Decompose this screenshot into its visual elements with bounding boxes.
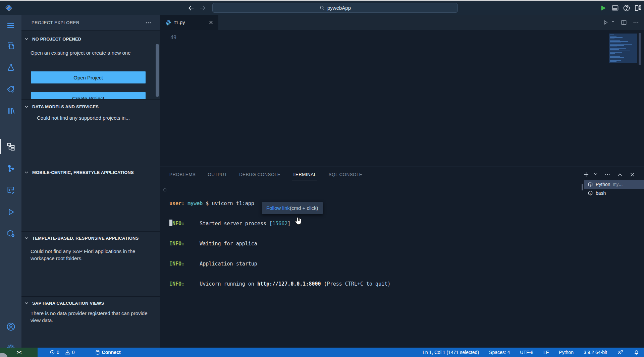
section-description: Open an existing project or create a new…: [31, 49, 146, 56]
terminal-url-link[interactable]: http://127.0.0.1:8000: [257, 281, 321, 287]
panel-more-actions-icon[interactable]: [604, 172, 610, 178]
section-header[interactable]: NO PROJECT OPENED: [21, 34, 160, 44]
prompt-directory: myweb: [184, 200, 203, 206]
chevron-down-icon: [24, 300, 29, 306]
new-terminal-icon[interactable]: [583, 171, 590, 178]
code-editor[interactable]: 49: [160, 30, 644, 167]
close-panel-icon[interactable]: [629, 172, 635, 178]
back-arrow-icon[interactable]: [187, 4, 195, 12]
project-hierarchy-icon[interactable]: [0, 138, 21, 155]
chevron-down-icon: [24, 104, 29, 109]
run-file-icon[interactable]: [602, 19, 609, 26]
sidebar-title: PROJECT EXPLORER: [32, 20, 79, 25]
status-right-items: Ln 1, Col 1 (1471 selected) Spaces: 4 UT…: [423, 348, 639, 357]
create-project-button[interactable]: Create Project: [31, 92, 146, 99]
app-window: pywebApp: [0, 0, 644, 357]
preview-monitor-icon[interactable]: [611, 4, 619, 12]
tab-debug-console[interactable]: DEBUG CONSOLE: [239, 171, 281, 178]
window-top-edge: [0, 0, 644, 1]
tab-close-icon[interactable]: [208, 20, 214, 25]
terminal-session-icon: $: [588, 182, 593, 187]
sidebar-scrollbar-thumb[interactable]: [156, 44, 159, 97]
warning-icon: [65, 350, 70, 355]
eol-status[interactable]: LF: [543, 350, 549, 355]
encoding-status[interactable]: UTF-8: [520, 350, 533, 355]
open-project-button[interactable]: Open Project: [31, 71, 146, 83]
section-header[interactable]: TEMPLATE-BASED, RESPONSIVE APPLICATIONS: [21, 233, 160, 243]
forward-arrow-icon[interactable]: [199, 4, 207, 12]
more-actions-icon[interactable]: [145, 19, 152, 25]
notifications-bell-icon[interactable]: [634, 350, 639, 355]
run-dropdown-chevron-icon[interactable]: [611, 19, 615, 26]
command-decoration-icon[interactable]: [163, 188, 166, 191]
python-file-icon: [165, 19, 171, 26]
tab-output[interactable]: OUTPUT: [207, 171, 227, 178]
interpreter-status[interactable]: 3.9.2 64-bit: [584, 350, 607, 355]
run-outline-icon[interactable]: [0, 203, 21, 221]
split-editor-icon[interactable]: [621, 19, 627, 26]
editor-more-actions-icon[interactable]: [633, 19, 639, 26]
terminal-session-list: $ Python my… $ bash: [584, 180, 644, 197]
sap-bas-logo-icon: [3, 3, 14, 13]
terminal-log-line: INFO: Application startup: [169, 260, 390, 267]
section-header[interactable]: MOBILE-CENTRIC, FREESTYLE APPLICATIONS: [21, 167, 160, 177]
search-icon: [319, 5, 325, 11]
section-sap-hana-calculation-views: SAP HANA CALCULATION VIEWS There is no d…: [21, 296, 160, 348]
editor-scrollbar-thumb[interactable]: [639, 33, 641, 65]
terminal-session-icon: $: [588, 190, 593, 196]
graph-nodes-icon[interactable]: [0, 160, 21, 177]
command-search-box[interactable]: pywebApp: [212, 3, 458, 13]
section-header[interactable]: DATA MODELS AND SERVICES: [21, 102, 160, 112]
run-icon[interactable]: [599, 4, 607, 12]
language-status[interactable]: Python: [559, 350, 574, 355]
activity-bar: [0, 15, 21, 348]
section-header[interactable]: SAP HANA CALCULATION VIEWS: [21, 298, 160, 308]
follow-link-tooltip: Follow link (cmd + click): [262, 202, 323, 214]
account-person-icon[interactable]: [0, 318, 21, 335]
layout-panels-icon[interactable]: [634, 4, 642, 12]
minimap[interactable]: [609, 34, 637, 63]
tab-t1py[interactable]: t1.py: [160, 15, 218, 30]
tab-sql-console[interactable]: SQL CONSOLE: [328, 171, 363, 178]
tab-problems[interactable]: PROBLEMS: [169, 171, 196, 178]
share-network-icon[interactable]: [0, 80, 21, 98]
database-icon: [95, 350, 100, 355]
section-template-based-applications: TEMPLATE-BASED, RESPONSIVE APPLICATIONS …: [21, 231, 160, 296]
prompt-user: user:: [169, 200, 184, 206]
mouse-hand-cursor: [294, 217, 303, 227]
library-books-icon[interactable]: [0, 102, 21, 119]
follow-link-action[interactable]: Follow link: [266, 205, 290, 211]
deploy-hexagon-plug-icon[interactable]: [0, 225, 21, 242]
section-mobile-centric-applications: MOBILE-CENTRIC, FREESTYLE APPLICATIONS: [21, 165, 160, 231]
active-view-indicator: [0, 139, 1, 154]
top-bar: pywebApp: [0, 1, 644, 15]
chevron-down-icon: [24, 170, 29, 175]
tab-terminal[interactable]: TERMINAL: [292, 171, 317, 178]
help-icon[interactable]: [623, 4, 631, 12]
status-left-items: 0 0 Connect: [50, 348, 121, 357]
sidebar-header: PROJECT EXPLORER: [21, 15, 160, 30]
editor-actions: [602, 19, 639, 26]
prompt-command: uvicorn t1:app: [212, 200, 254, 206]
prompt-separator: $: [203, 200, 212, 206]
section-title: SAP HANA CALCULATION VIEWS: [32, 301, 104, 306]
cursor-position-status[interactable]: Ln 1, Col 1 (1471 selected): [423, 350, 479, 355]
menu-icon[interactable]: [0, 17, 21, 34]
error-icon: [50, 350, 55, 355]
section-description: Could not find any SAP Fiori application…: [31, 248, 148, 262]
session-python[interactable]: $ Python my…: [584, 180, 644, 189]
section-data-models-and-services: DATA MODELS AND SERVICES Could not find …: [21, 99, 160, 165]
code-review-check-icon[interactable]: [0, 181, 21, 199]
maximize-panel-icon[interactable]: [617, 172, 623, 178]
indentation-status[interactable]: Spaces: 4: [489, 350, 510, 355]
feedback-icon[interactable]: [617, 349, 624, 355]
explorer-pages-icon[interactable]: [0, 37, 21, 54]
terminal-scrollbar-thumb[interactable]: [582, 184, 583, 190]
test-beaker-icon[interactable]: [0, 58, 21, 76]
problems-status[interactable]: 0 0: [50, 350, 75, 355]
section-title: MOBILE-CENTRIC, FREESTYLE APPLICATIONS: [32, 170, 134, 175]
terminal-dropdown-chevron-icon[interactable]: [593, 172, 598, 178]
remote-brackets-icon: ><: [17, 350, 21, 355]
connect-status[interactable]: Connect: [95, 350, 121, 355]
session-bash[interactable]: $ bash: [584, 189, 644, 197]
